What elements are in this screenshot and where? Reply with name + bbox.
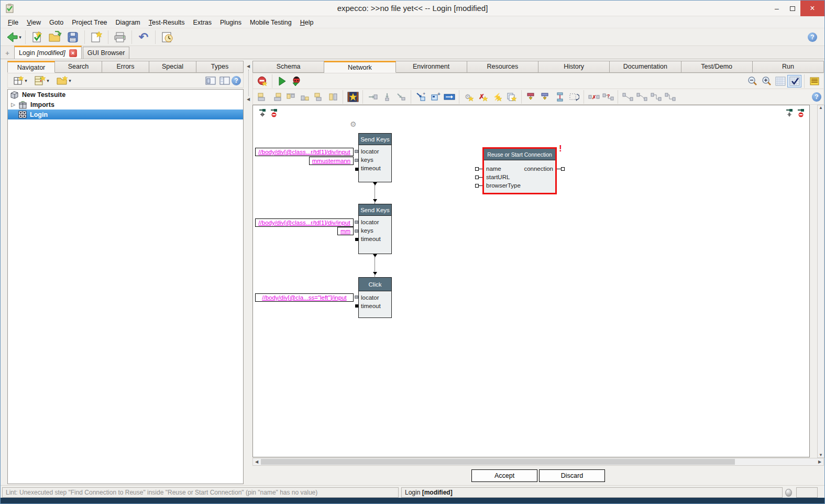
value-locator[interactable]: //body/div[@cla...ss="left"]/input xyxy=(255,293,354,302)
canvas-hscrollbar[interactable]: ◀ ▶ xyxy=(252,458,824,466)
tab-history[interactable]: History xyxy=(538,61,610,73)
input-pin-square[interactable] xyxy=(475,167,479,171)
menu-project-tree[interactable]: Project Tree xyxy=(68,17,111,28)
menu-goto[interactable]: Goto xyxy=(45,17,68,28)
pin-connection[interactable]: connection xyxy=(524,165,553,173)
network-canvas[interactable]: ⚙ Send Keys locator keys timeout //body/… xyxy=(252,105,810,457)
scroll-left-icon[interactable]: ◀ xyxy=(253,459,260,464)
line-style-direct-icon[interactable] xyxy=(621,91,635,103)
check-syntax-button[interactable] xyxy=(29,30,45,45)
scroll-right-icon[interactable]: ▶ xyxy=(816,459,823,464)
back-button[interactable]: ▾ xyxy=(6,30,21,45)
tab-test-demo[interactable]: Test/Demo xyxy=(681,61,753,73)
step-click[interactable]: Click locator timeout xyxy=(358,277,392,318)
pin-output-icon[interactable] xyxy=(524,91,538,103)
menu-file[interactable]: File xyxy=(4,17,23,28)
undo-button[interactable]: ↶ xyxy=(136,30,151,45)
step-out-icon[interactable] xyxy=(394,91,408,103)
panel-splitter[interactable]: ◀ ◀ xyxy=(245,60,252,485)
line-style-curve-icon[interactable] xyxy=(635,91,649,103)
menu-view[interactable]: View xyxy=(23,17,45,28)
maximize-button[interactable] xyxy=(785,1,800,16)
input-pin-square[interactable] xyxy=(475,184,479,188)
value-keys[interactable]: mm xyxy=(337,227,354,235)
tab-run[interactable]: Run xyxy=(753,61,824,73)
collapse-left-icon[interactable]: ◀ xyxy=(245,97,252,102)
pin-move-icon[interactable] xyxy=(258,108,267,119)
new-folder-button[interactable]: ▾ xyxy=(53,74,75,87)
new-item-button[interactable]: ▾ xyxy=(31,74,53,87)
tab-search[interactable]: Search xyxy=(55,61,102,73)
tab-special[interactable]: Special xyxy=(149,61,196,73)
step-into-icon[interactable] xyxy=(366,91,380,103)
pin-starturl[interactable]: startURL xyxy=(486,173,510,181)
tab-login[interactable]: Login [modified] × xyxy=(14,46,82,59)
pin-move-icon[interactable] xyxy=(785,108,794,119)
delete-step-icon[interactable]: ✗ xyxy=(476,91,490,103)
align-bottom-icon[interactable] xyxy=(298,91,312,103)
settings-step-icon[interactable]: ⚙ xyxy=(462,91,476,103)
tab-gui-browser[interactable]: GUI Browser xyxy=(83,47,130,59)
tab-navigator[interactable]: Navigator xyxy=(7,61,55,73)
tab-schema[interactable]: Schema xyxy=(252,61,324,73)
menu-test-results[interactable]: Test-Results xyxy=(145,17,189,28)
distribute-h-icon[interactable] xyxy=(326,91,340,103)
grid-off-icon[interactable] xyxy=(773,75,787,87)
breakpoint-icon[interactable] xyxy=(255,75,269,87)
legend-icon[interactable] xyxy=(807,75,821,87)
minimize-button[interactable]: – xyxy=(769,1,785,16)
connection-query-icon[interactable]: ? xyxy=(601,91,615,103)
pin-locator[interactable]: locator xyxy=(359,147,391,156)
collapse-left-icon[interactable]: ◀ xyxy=(245,64,252,69)
quick-exec-icon[interactable]: ⚡ xyxy=(490,91,504,103)
scroll-up-icon[interactable]: ▲ xyxy=(818,105,824,110)
tab-documentation[interactable]: Documentation xyxy=(610,61,681,73)
pin-remove-icon[interactable] xyxy=(270,108,278,119)
history-button[interactable] xyxy=(159,30,175,45)
pin-locator[interactable]: locator xyxy=(359,218,391,226)
accept-button[interactable]: Accept xyxy=(471,469,537,482)
menu-mobile-testing[interactable]: Mobile Testing xyxy=(246,17,296,28)
menu-plugins[interactable]: Plugins xyxy=(216,17,246,28)
tree-item-imports[interactable]: ▷ Imports xyxy=(8,100,243,109)
value-locator[interactable]: //body/div[@class...r/td[1]/div/input xyxy=(255,148,354,156)
add-step-icon[interactable]: + xyxy=(414,91,428,103)
new-step-icon[interactable] xyxy=(346,91,360,103)
menu-extras[interactable]: Extras xyxy=(189,17,216,28)
network-help-button[interactable]: ? xyxy=(812,92,821,102)
pin-keys[interactable]: keys xyxy=(359,226,391,235)
new-document-button[interactable] xyxy=(89,30,104,45)
tree-item-login[interactable]: Login xyxy=(8,109,243,119)
tab-resources[interactable]: Resources xyxy=(467,61,538,73)
step-send-keys-1[interactable]: Send Keys locator keys timeout xyxy=(358,133,392,182)
gear-icon[interactable]: ⚙ xyxy=(350,120,357,128)
step-down-icon[interactable] xyxy=(380,91,394,103)
add-block-icon[interactable]: + xyxy=(428,91,442,103)
pin-timeout[interactable]: timeout xyxy=(359,235,391,243)
add-tab-button[interactable]: + xyxy=(1,49,14,59)
align-center-h-icon[interactable] xyxy=(312,91,326,103)
pin-remove-icon[interactable] xyxy=(797,108,805,119)
menu-help[interactable]: Help xyxy=(296,17,318,28)
auto-layout-icon[interactable] xyxy=(567,91,581,103)
distribute-v-icon[interactable] xyxy=(553,91,567,103)
pin-input-icon[interactable] xyxy=(538,91,553,103)
dock-left-button[interactable] xyxy=(203,74,217,87)
pin-browsertype[interactable]: browserType xyxy=(486,181,521,190)
save-button[interactable] xyxy=(65,30,81,45)
value-keys[interactable]: mmustermann xyxy=(309,157,354,165)
pin-locator[interactable]: locator xyxy=(359,293,391,302)
tab-network[interactable]: Network xyxy=(324,61,395,73)
print-button[interactable] xyxy=(112,30,128,45)
grid-snap-icon[interactable] xyxy=(787,75,801,87)
output-pin-square[interactable] xyxy=(561,167,565,171)
line-style-ortho2-icon[interactable] xyxy=(663,91,677,103)
tab-errors[interactable]: Errors xyxy=(102,61,149,73)
close-button[interactable]: × xyxy=(800,1,824,16)
align-top-icon[interactable] xyxy=(283,91,298,103)
copy-step-icon[interactable] xyxy=(504,91,519,103)
menu-diagram[interactable]: Diagram xyxy=(112,17,145,28)
tree-item-testsuite[interactable]: New Testsuite xyxy=(8,90,243,100)
remove-connection-icon[interactable]: ✗ xyxy=(587,91,601,103)
expander-icon[interactable]: ▷ xyxy=(8,102,18,107)
